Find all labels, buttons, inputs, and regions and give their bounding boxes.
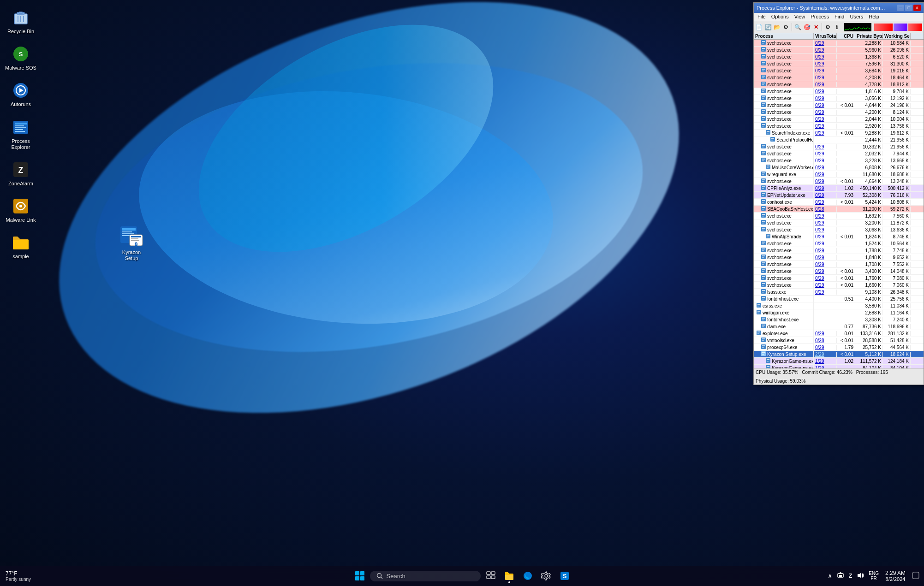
table-row[interactable]: svchost.exe0/295,960 K26,096 K <box>754 47 924 53</box>
pe-tb-search[interactable]: 🔍 <box>794 23 802 32</box>
network-icon[interactable] <box>836 571 845 581</box>
table-row[interactable]: svchost.exe0/297,596 K31,300 K <box>754 60 924 67</box>
pe-menu-help[interactable]: Help <box>866 13 882 20</box>
table-row[interactable]: WinAlpSnrade0/29< 0.011,824 K8,748 K <box>754 233 924 240</box>
table-row[interactable]: EPNetUpdater.exe0/297.9352,308 K76,016 K <box>754 192 924 199</box>
virus-total-cell[interactable]: 0/29 <box>814 283 837 288</box>
pe-tb-refresh[interactable]: 🔄 <box>764 23 772 32</box>
table-row[interactable]: SearchProtocolHost.e...2,444 K21,956 K <box>754 136 924 143</box>
virus-total-cell[interactable]: 0/29 <box>814 130 837 136</box>
virus-total-cell[interactable]: 0/29 <box>814 269 837 274</box>
table-row[interactable]: explorer.exe0/290.01133,316 K281,132 K <box>754 330 924 337</box>
table-row[interactable]: procexp64.exe0/291.7925,752 K44,564 K <box>754 344 924 351</box>
pe-titlebar[interactable]: Process Explorer - Sysinternals: www.sys… <box>754 3 924 13</box>
file-explorer-taskbar-btn[interactable] <box>501 568 518 584</box>
table-row[interactable]: svchost.exe0/293,068 K13,636 K <box>754 226 924 233</box>
pe-close-btn[interactable]: ✕ <box>913 5 921 11</box>
zonealarm-icon[interactable]: Z ZoneAlarm <box>2 157 39 190</box>
tray-chevron[interactable]: ∧ <box>827 571 833 580</box>
virus-total-cell[interactable]: 0/28 <box>814 207 837 212</box>
table-row[interactable]: conhost.exe0/29< 0.015,424 K10,808 K <box>754 199 924 206</box>
virus-total-cell[interactable]: 0/29 <box>814 89 837 94</box>
table-row[interactable]: svchost.exe0/294,200 K8,124 K <box>754 109 924 116</box>
virus-total-cell[interactable]: 0/29 <box>814 200 837 205</box>
table-row[interactable]: svchost.exe0/29< 0.014,664 K13,248 K <box>754 178 924 185</box>
start-button[interactable] <box>352 568 368 584</box>
kyrazon-setup-icon[interactable]: Kyrazon Setup <box>113 224 150 261</box>
virus-total-cell[interactable]: 2/29 <box>814 352 837 357</box>
virus-total-cell[interactable]: 0/29 <box>814 117 837 122</box>
language-indicator[interactable]: ENG FR <box>868 570 880 582</box>
notification-button[interactable] <box>911 571 920 581</box>
virus-total-cell[interactable]: 0/29 <box>814 165 837 170</box>
pe-tb-target[interactable]: 🎯 <box>803 23 811 32</box>
pe-process-list[interactable]: svchost.exe0/292,288 K10,584 Ksvchost.ex… <box>754 40 924 368</box>
pe-col-virus-header[interactable]: VirusTotal <box>814 33 837 39</box>
table-row[interactable]: svchost.exe0/291,524 K10,564 K <box>754 240 924 247</box>
table-row[interactable]: svchost.exe0/293,200 K11,872 K <box>754 219 924 226</box>
table-row[interactable]: CPFileAnlyz.exe0/291.02450,140 K500,412 … <box>754 185 924 192</box>
table-row[interactable]: svchost.exe0/293,684 K19,016 K <box>754 67 924 74</box>
pe-menu-file[interactable]: File <box>755 13 769 20</box>
table-row[interactable]: fontdrvhost.exe3,308 K7,240 K <box>754 316 924 323</box>
virus-total-cell[interactable]: 1/29 <box>814 359 837 364</box>
sample-folder-icon[interactable]: sample <box>2 230 39 263</box>
virus-total-cell[interactable]: 0/29 <box>814 103 837 108</box>
table-row[interactable]: svchost.exe0/291,788 K7,748 K <box>754 247 924 254</box>
virus-total-cell[interactable]: 0/29 <box>814 345 837 350</box>
table-row[interactable]: svchost.exe0/29< 0.013,400 K14,048 K <box>754 268 924 275</box>
virus-total-cell[interactable]: 0/29 <box>814 276 837 281</box>
table-row[interactable]: csrss.exe3,580 K11,084 K <box>754 302 924 309</box>
pe-minimize-btn[interactable]: ─ <box>897 5 904 11</box>
virus-total-cell[interactable]: 0/28 <box>814 338 837 343</box>
table-row[interactable]: svchost.exe0/293,056 K12,192 K <box>754 95 924 102</box>
pe-menu-options[interactable]: Options <box>769 13 792 20</box>
process-explorer-taskbar-icon[interactable]: Process Explorer <box>2 114 39 154</box>
virus-total-cell[interactable]: 0/29 <box>814 144 837 149</box>
virus-total-cell[interactable]: 0/29 <box>814 96 837 101</box>
virus-total-cell[interactable]: 0/29 <box>814 68 837 73</box>
pe-col-process-header[interactable]: Process <box>754 33 814 39</box>
virus-total-cell[interactable]: 0/29 <box>814 151 837 156</box>
table-row[interactable]: svchost.exe0/29< 0.011,760 K7,080 K <box>754 275 924 282</box>
virus-total-cell[interactable]: 0/29 <box>814 331 837 336</box>
table-row[interactable]: svchost.exe0/294,728 K18,812 K <box>754 81 924 88</box>
pe-tb-settings[interactable]: ⚙ <box>824 23 832 32</box>
pe-maximize-btn[interactable]: □ <box>905 5 912 11</box>
virus-total-cell[interactable]: 0/29 <box>814 41 837 46</box>
virus-total-cell[interactable]: 0/29 <box>814 110 837 115</box>
autoruns-icon[interactable]: Autoruns <box>2 77 39 111</box>
table-row[interactable]: lsass.exe0/299,108 K26,348 K <box>754 289 924 296</box>
table-row[interactable]: svchost.exe0/293,228 K13,668 K <box>754 157 924 164</box>
table-row[interactable]: svchost.exe0/294,208 K18,464 K <box>754 74 924 81</box>
table-row[interactable]: wireguard.exe0/2911,680 K18,688 K <box>754 171 924 178</box>
virus-total-cell[interactable]: 0/29 <box>814 47 837 53</box>
virus-total-cell[interactable]: 0/29 <box>814 213 837 219</box>
pe-tb-new[interactable]: 📄 <box>755 23 763 32</box>
table-row[interactable]: svchost.exe0/291,816 K9,784 K <box>754 88 924 95</box>
virus-total-cell[interactable]: 0/29 <box>814 234 837 239</box>
virus-total-cell[interactable]: 0/29 <box>814 186 837 191</box>
virus-total-cell[interactable]: 0/29 <box>814 172 837 177</box>
store-taskbar-btn[interactable]: S <box>556 568 573 584</box>
pe-col-private-header[interactable]: Private Bytes <box>855 33 883 39</box>
table-row[interactable]: dwm.exe0.7787,736 K118,696 K <box>754 323 924 330</box>
malware-sos-icon[interactable]: S Malware SOS <box>2 41 39 75</box>
table-row[interactable]: vmtoolsd.exe0/28< 0.0128,588 K51,428 K <box>754 337 924 344</box>
pe-tb-open[interactable]: 📂 <box>773 23 781 32</box>
virus-total-cell[interactable]: 0/29 <box>814 255 837 260</box>
pe-menu-find[interactable]: Find <box>832 13 847 20</box>
table-row[interactable]: svchost.exe0/291,692 K7,560 K <box>754 213 924 219</box>
table-row[interactable]: svchost.exe0/2910,332 K21,956 K <box>754 143 924 150</box>
table-row[interactable]: svchost.exe0/291,368 K6,520 K <box>754 53 924 60</box>
virus-total-cell[interactable]: 0/29 <box>814 61 837 66</box>
virus-total-cell[interactable]: 0/29 <box>814 227 837 232</box>
clock-widget[interactable]: 2:29 AM 8/2/2024 <box>882 569 908 583</box>
table-row[interactable]: svchost.exe0/291,848 K9,652 K <box>754 254 924 261</box>
table-row[interactable]: svchost.exe0/29< 0.011,660 K7,060 K <box>754 282 924 289</box>
table-row[interactable]: KyrazonGame-ns.exe...1/291.02111,572 K12… <box>754 358 924 365</box>
virus-total-cell[interactable]: 0/29 <box>814 54 837 59</box>
zonealarm-tray-icon[interactable]: Z <box>848 572 853 580</box>
pe-tb-props[interactable]: ⚙ <box>782 23 790 32</box>
table-row[interactable]: SBACooBaSrvHost.exe0/2831,200 K59,272 K <box>754 206 924 213</box>
